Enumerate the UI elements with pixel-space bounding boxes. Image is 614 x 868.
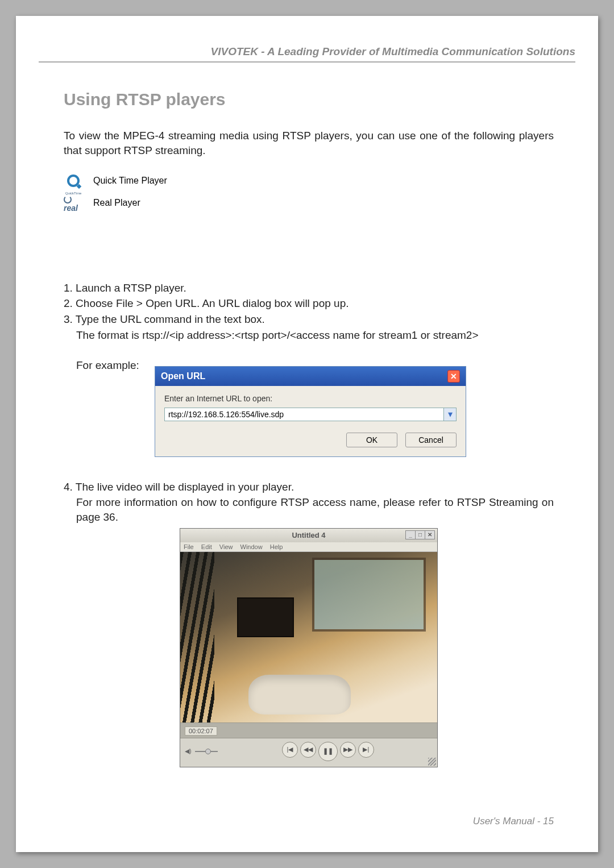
transport-buttons: |◀ ◀◀ ❚❚ ▶▶ ▶| bbox=[223, 742, 433, 761]
page-content: Using RTSP players To view the MPEG-4 st… bbox=[64, 90, 554, 767]
menu-edit[interactable]: Edit bbox=[201, 543, 212, 550]
player-titlebar: Untitled 4 _ □ ✕ bbox=[180, 529, 437, 542]
skip-end-icon[interactable]: ▶| bbox=[358, 742, 374, 758]
minimize-icon[interactable]: _ bbox=[405, 530, 416, 539]
player-label: Real Player bbox=[93, 198, 140, 208]
realplayer-icon: real bbox=[64, 194, 83, 212]
video-area bbox=[180, 552, 437, 722]
elapsed-time: 00:02:07 bbox=[185, 726, 217, 736]
step-3: 3. Type the URL command in the text box. bbox=[64, 312, 554, 327]
header-tagline: VIVOTEK - A Leading Provider of Multimed… bbox=[211, 45, 575, 57]
player-timebar: 00:02:07 bbox=[180, 722, 437, 738]
ok-button[interactable]: OK bbox=[346, 433, 397, 447]
intro-paragraph: To view the MPEG-4 streaming media using… bbox=[64, 128, 554, 157]
page-header: VIVOTEK - A Leading Provider of Multimed… bbox=[39, 45, 575, 63]
close-icon[interactable]: ✕ bbox=[447, 370, 460, 383]
player-title: Untitled 4 bbox=[292, 531, 325, 539]
step-4-detail: For more information on how to configure… bbox=[76, 495, 554, 524]
step-4: 4. The live video will be displayed in y… bbox=[64, 480, 554, 495]
media-player-window: Untitled 4 _ □ ✕ File Edit View Window H… bbox=[180, 528, 438, 767]
chevron-down-icon[interactable]: ▾ bbox=[444, 408, 457, 421]
player-label: Quick Time Player bbox=[93, 176, 167, 186]
close-icon[interactable]: ✕ bbox=[425, 530, 435, 539]
skip-start-icon[interactable]: |◀ bbox=[282, 742, 298, 758]
step-3-format: The format is rtsp://<ip address>:<rtsp … bbox=[76, 328, 554, 343]
forward-icon[interactable]: ▶▶ bbox=[340, 742, 356, 758]
step-2: 2. Choose File > Open URL. An URL dialog… bbox=[64, 296, 554, 311]
open-url-dialog: Open URL ✕ Enter an Internet URL to open… bbox=[155, 366, 466, 457]
dialog-buttons: OK Cancel bbox=[164, 433, 457, 447]
player-menubar: File Edit View Window Help bbox=[180, 542, 437, 552]
player-item-quicktime: QuickTime Quick Time Player bbox=[64, 171, 554, 190]
menu-window[interactable]: Window bbox=[240, 543, 263, 550]
maximize-icon[interactable]: □ bbox=[415, 530, 425, 539]
volume-slider[interactable]: ◀) bbox=[185, 747, 218, 755]
dialog-prompt: Enter an Internet URL to open: bbox=[164, 394, 457, 403]
menu-file[interactable]: File bbox=[184, 543, 194, 550]
dialog-body: Enter an Internet URL to open: ▾ OK Canc… bbox=[155, 386, 466, 456]
menu-view[interactable]: View bbox=[219, 543, 233, 550]
page-footer: User's Manual - 15 bbox=[473, 816, 554, 827]
player-list: QuickTime Quick Time Player real Real Pl… bbox=[64, 171, 554, 212]
player-window-figure: Untitled 4 _ □ ✕ File Edit View Window H… bbox=[64, 528, 554, 767]
player-controls: ◀) |◀ ◀◀ ❚❚ ▶▶ ▶| bbox=[180, 738, 437, 767]
menu-help[interactable]: Help bbox=[270, 543, 283, 550]
pause-icon[interactable]: ❚❚ bbox=[318, 742, 338, 761]
dialog-title: Open URL bbox=[161, 371, 205, 381]
steps-list: 1. Launch a RTSP player. 2. Choose File … bbox=[64, 281, 554, 373]
url-field: ▾ bbox=[164, 408, 457, 421]
steps-list-cont: 4. The live video will be displayed in y… bbox=[64, 480, 554, 525]
section-title: Using RTSP players bbox=[64, 90, 554, 109]
resize-grip-icon[interactable] bbox=[428, 758, 436, 766]
speaker-icon: ◀) bbox=[185, 747, 192, 755]
url-input[interactable] bbox=[164, 408, 444, 421]
rewind-icon[interactable]: ◀◀ bbox=[300, 742, 316, 758]
quicktime-icon: QuickTime bbox=[64, 171, 83, 190]
cancel-button[interactable]: Cancel bbox=[405, 433, 457, 447]
player-item-realplayer: real Real Player bbox=[64, 194, 554, 212]
manual-page: VIVOTEK - A Leading Provider of Multimed… bbox=[16, 16, 598, 852]
step-1: 1. Launch a RTSP player. bbox=[64, 281, 554, 296]
footer-label: User's Manual - 15 bbox=[473, 816, 554, 827]
open-url-dialog-figure: Open URL ✕ Enter an Internet URL to open… bbox=[155, 366, 554, 457]
dialog-titlebar: Open URL ✕ bbox=[155, 367, 466, 386]
